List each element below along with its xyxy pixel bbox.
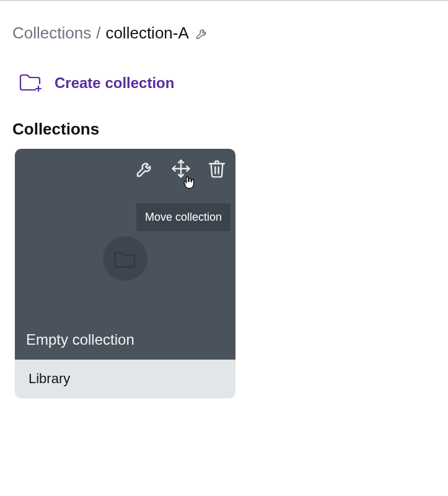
wrench-icon[interactable] [195, 27, 209, 40]
collection-card-preview: Move collection Empty collection [15, 149, 235, 360]
section-title: Collections [12, 120, 436, 139]
folder-plus-icon [19, 71, 43, 95]
breadcrumb: Collections / collection-A [12, 24, 436, 43]
collections-page: Collections / collection-A Create collec… [0, 1, 448, 398]
card-action-bar [134, 157, 228, 180]
settings-icon[interactable] [134, 157, 156, 180]
breadcrumb-separator: / [96, 24, 100, 43]
collection-card[interactable]: Move collection Empty collection Library [15, 149, 235, 398]
collection-name: Library [15, 360, 235, 398]
move-tooltip: Move collection [136, 203, 231, 231]
collections-grid: Move collection Empty collection Library [15, 149, 436, 398]
breadcrumb-root-link[interactable]: Collections [12, 24, 91, 43]
folder-icon [103, 236, 147, 281]
create-collection-label: Create collection [55, 74, 174, 92]
create-collection-button[interactable]: Create collection [19, 71, 436, 95]
trash-icon[interactable] [206, 157, 228, 180]
collection-status: Empty collection [26, 331, 134, 348]
breadcrumb-current: collection-A [105, 24, 188, 43]
move-icon[interactable] [170, 157, 192, 180]
